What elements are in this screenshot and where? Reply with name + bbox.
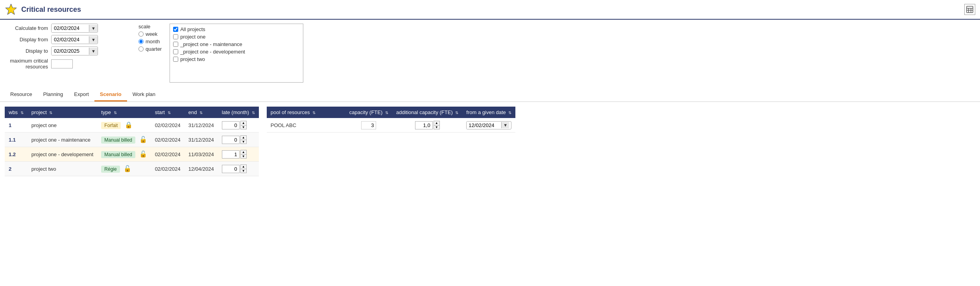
late-input[interactable] — [222, 136, 240, 144]
calculate-from-input-wrap: ▼ — [51, 24, 98, 33]
table-row: POOL ABC ▲ ▼ ▼ — [267, 118, 516, 133]
wbs-link[interactable]: 1.1 — [9, 137, 16, 143]
project-one-dev-checkbox[interactable] — [173, 49, 178, 54]
col-capacity[interactable]: capacity (FTE) ⇅ — [345, 107, 392, 118]
calculate-from-row: Calculate from ▼ — [5, 24, 115, 33]
spinner-down[interactable]: ▼ — [240, 140, 247, 144]
project-all-checkbox[interactable] — [173, 27, 178, 32]
tab-workplan[interactable]: Work plan — [127, 88, 161, 101]
spinner-up[interactable]: ▲ — [240, 121, 247, 125]
form-fields: Calculate from ▼ Display from ▼ Display … — [5, 24, 115, 83]
wbs-link[interactable]: 2 — [9, 166, 11, 172]
max-crit-input[interactable] — [51, 59, 73, 68]
list-item: _project one - developement — [172, 48, 301, 55]
scale-and-projects: scale week month quarter All projects — [135, 24, 303, 83]
lock-icon: 🔓 — [124, 165, 131, 172]
type-badge: Forfait — [101, 122, 121, 129]
col-add-capacity[interactable]: additional capacity (FTE) ⇅ — [392, 107, 462, 118]
lock-icon: 🔒 — [125, 122, 133, 128]
display-from-dropdown[interactable]: ▼ — [89, 36, 98, 43]
calculate-from-input[interactable] — [52, 24, 89, 32]
col-pool[interactable]: pool of resources ⇅ — [267, 107, 345, 118]
scale-quarter-radio[interactable] — [138, 46, 144, 52]
table-row: 2 project two Régie 🔓 02/02/2024 12/04/2… — [5, 162, 259, 176]
cell-end: 12/04/2024 — [185, 162, 218, 176]
add-capacity-up[interactable]: ▲ — [434, 121, 440, 125]
tab-export[interactable]: Export — [68, 88, 94, 101]
col-from-date[interactable]: from a given date ⇅ — [462, 107, 515, 118]
cell-project: project one — [28, 118, 98, 133]
col-late[interactable]: late (month) ⇅ — [218, 107, 259, 118]
project-all-label: All projects — [180, 26, 205, 32]
cell-project: project two — [28, 162, 98, 176]
spinner-down[interactable]: ▼ — [240, 169, 247, 173]
cell-end: 11/03/2024 — [185, 147, 218, 162]
right-table: pool of resources ⇅ capacity (FTE) ⇅ add… — [267, 107, 516, 133]
col-end[interactable]: end ⇅ — [185, 107, 218, 118]
add-capacity-down[interactable]: ▼ — [434, 125, 440, 129]
scale-month-row: month — [138, 39, 162, 44]
calculator-icon[interactable] — [964, 4, 975, 15]
cell-pool: POOL ABC — [267, 118, 345, 133]
add-capacity-spinner: ▲ ▼ — [396, 121, 458, 129]
cell-start: 02/02/2024 — [151, 118, 185, 133]
calculate-from-dropdown[interactable]: ▼ — [89, 25, 98, 32]
cell-project: project one - maintenance — [28, 133, 98, 147]
add-capacity-input[interactable] — [415, 121, 433, 129]
col-project[interactable]: project ⇅ — [28, 107, 98, 118]
main-content: wbs ⇅ project ⇅ type ⇅ start ⇅ — [0, 102, 980, 181]
scale-week-radio[interactable] — [138, 31, 144, 37]
col-wbs[interactable]: wbs ⇅ — [5, 107, 28, 118]
cell-start: 02/02/2024 — [151, 133, 185, 147]
col-start[interactable]: start ⇅ — [151, 107, 185, 118]
tabs-bar: Resource Planning Export Scenario Work p… — [0, 88, 980, 102]
calculate-from-label: Calculate from — [5, 25, 48, 31]
late-spinner: ▲ ▼ — [222, 135, 255, 144]
spinner-down[interactable]: ▼ — [240, 125, 247, 129]
project-one-label: project one — [180, 34, 205, 40]
add-capacity-sort-icon: ⇅ — [455, 111, 458, 115]
late-spinner: ▲ ▼ — [222, 121, 255, 129]
spinner-down[interactable]: ▼ — [240, 154, 247, 159]
left-table: wbs ⇅ project ⇅ type ⇅ start ⇅ — [5, 107, 259, 176]
list-item: All projects — [172, 26, 301, 33]
tab-planning[interactable]: Planning — [38, 88, 69, 101]
app-logo: ⚡ — [5, 3, 17, 16]
table-row: 1.1 project one - maintenance Manual bil… — [5, 133, 259, 147]
late-input[interactable] — [222, 165, 240, 173]
spinner-up[interactable]: ▲ — [240, 150, 247, 154]
spinner-btns: ▲ ▼ — [240, 164, 247, 173]
display-to-dropdown[interactable]: ▼ — [89, 48, 98, 55]
project-two-checkbox[interactable] — [173, 57, 178, 62]
from-date-input[interactable] — [467, 122, 501, 129]
cell-late: ▲ ▼ — [218, 162, 259, 176]
scale-week-label: week — [146, 31, 157, 37]
table-row: 1 project one Forfait 🔒 02/02/2024 31/12… — [5, 118, 259, 133]
spinner-btns: ▲ ▼ — [240, 121, 247, 129]
spinner-up[interactable]: ▲ — [240, 135, 247, 140]
from-date-dropdown[interactable]: ▼ — [501, 122, 509, 128]
cell-project: project one - developement — [28, 147, 98, 162]
display-to-row: Display to ▼ — [5, 46, 115, 55]
display-to-input[interactable] — [52, 47, 89, 55]
cell-start: 02/02/2024 — [151, 147, 185, 162]
spinner-up[interactable]: ▲ — [240, 164, 247, 169]
display-from-input[interactable] — [52, 35, 89, 44]
scale-month-radio[interactable] — [138, 39, 144, 44]
capacity-input[interactable] — [361, 121, 376, 129]
wbs-link[interactable]: 1.2 — [9, 151, 16, 157]
project-one-maintenance-checkbox[interactable] — [173, 42, 178, 47]
col-type[interactable]: type ⇅ — [97, 107, 151, 118]
cell-wbs: 1.2 — [5, 147, 28, 162]
cell-late: ▲ ▼ — [218, 147, 259, 162]
late-input[interactable] — [222, 121, 240, 129]
wbs-link[interactable]: 1 — [9, 122, 11, 128]
cell-wbs: 1.1 — [5, 133, 28, 147]
project-one-checkbox[interactable] — [173, 34, 178, 39]
max-crit-label: maximum critical resources — [5, 58, 48, 70]
tab-resource[interactable]: Resource — [5, 88, 38, 101]
tab-scenario[interactable]: Scenario — [94, 88, 127, 101]
scale-group: scale week month quarter — [138, 24, 162, 52]
scale-quarter-label: quarter — [146, 46, 162, 52]
late-input[interactable] — [222, 150, 240, 159]
